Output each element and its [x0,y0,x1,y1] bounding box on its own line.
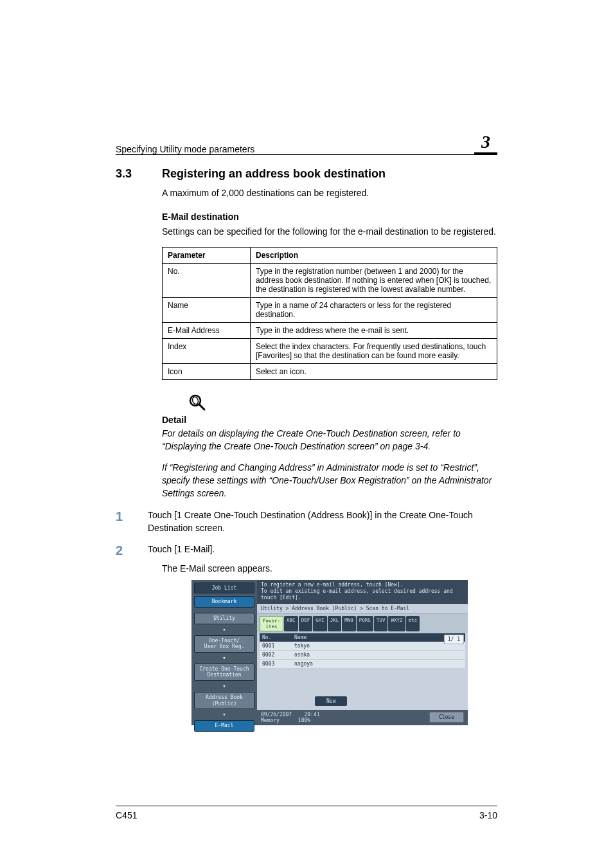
step-text: Touch [1 E-Mail]. [148,543,215,556]
tab-etc[interactable]: etc [406,616,420,631]
cell-name: tokyo [292,642,465,650]
screen-sidebar: Job List Bookmark Utility ▾ One-Touch/ U… [191,580,257,725]
cell-no: 0001 [260,642,292,650]
section-intro: A maximum of 2,000 destinations can be r… [162,187,497,200]
magnifier-icon [188,393,497,412]
down-arrow-icon: ▾ [194,627,254,633]
one-touch-button[interactable]: One-Touch/ User Box Reg. [194,635,254,653]
screen-instruction: To register a new e-mail address, touch … [257,580,468,604]
table-row: Index Select the index characters. For f… [163,339,497,364]
desc-cell: Type in the registration number (between… [251,264,497,298]
list-item[interactable]: 0002 osaka [260,651,465,660]
instruction-line: To register a new e-mail address, touch … [261,582,464,588]
footer-date: 09/26/2007 [261,712,292,718]
tab-tuv[interactable]: TUV [374,616,388,631]
job-list-button[interactable]: Job List [194,583,254,594]
cell-name: osaka [292,651,465,659]
list-header: No. Name [260,633,465,642]
tab-pqrs[interactable]: PQRS [357,616,373,631]
desc-cell: Type in the address where the e-mail is … [251,323,497,339]
footer-time: 20:41 [304,712,319,718]
chapter-badge: 3 [474,132,497,154]
tab-abc[interactable]: ABC [284,616,298,631]
tab-mno[interactable]: MNO [342,616,356,631]
cell-no: 0002 [260,651,292,659]
tab-jkl[interactable]: JKL [328,616,342,631]
tab-wxyz[interactable]: WXYZ [388,616,405,631]
step-result: The E-Mail screen appears. [162,563,497,574]
tab-ghi[interactable]: GHI [313,616,327,631]
th-description: Description [251,248,497,264]
tab-def[interactable]: DEF [299,616,313,631]
detail-label: Detail [162,415,497,425]
running-title: Specifying Utility mode parameters [116,144,254,154]
step-number: 1 [116,509,148,524]
tab-favorites[interactable]: Favor- ites [260,616,283,631]
bookmark-button[interactable]: Bookmark [194,596,254,608]
footer-status: 09/26/2007 20:41 Memory 100% [261,712,320,723]
create-one-touch-button[interactable]: Create One-Touch Destination [194,664,254,681]
screen-footer: 09/26/2007 20:41 Memory 100% Close [257,710,468,725]
pager[interactable]: 1/ 1 [444,635,464,644]
param-cell: E-Mail Address [163,323,251,339]
detail-paragraph: If “Registering and Changing Address” in… [162,462,497,500]
address-book-button[interactable]: Address Book (Public) [194,692,254,709]
footer-page: 3-10 [479,810,497,820]
chapter-number: 3 [477,132,494,151]
new-button[interactable]: New [315,696,347,706]
instruction-line: To edit an existing e-mail address, sele… [261,588,464,601]
desc-cell: Select the index characters. For frequen… [251,339,497,364]
footer-memory-label: Memory [261,718,280,723]
param-cell: Icon [163,364,251,380]
parameter-table: Parameter Description No. Type in the re… [162,247,497,380]
cell-name: nagoya [292,660,465,668]
email-button[interactable]: E-Mail [194,720,254,732]
svg-line-2 [199,404,204,410]
list-item[interactable]: 0001 tokyo [260,642,465,651]
down-arrow-icon: ▾ [194,655,254,661]
footer-memory-value: 100% [298,718,310,723]
param-cell: Name [163,298,251,323]
param-cell: No. [163,264,251,298]
step-1: 1 Touch [1 Create One-Touch Destination … [116,509,497,535]
subsection-heading: E-Mail destination [162,212,497,222]
screen-main: To register a new e-mail address, touch … [257,580,468,725]
breadcrumb: Utility > Address Book (Public) > Scan t… [257,604,468,614]
section-heading: 3.3 Registering an address book destinat… [116,167,497,181]
step-2: 2 Touch [1 E-Mail]. [116,543,497,558]
section-number: 3.3 [116,167,162,181]
col-no: No. [260,633,292,642]
page-footer: C451 3-10 [116,806,497,820]
table-row: E-Mail Address Type in the address where… [163,323,497,339]
close-button[interactable]: Close [429,712,464,723]
down-arrow-icon: ▾ [194,712,254,718]
index-tabs: Favor- ites ABC DEF GHI JKL MNO PQRS TUV… [257,614,468,633]
svg-point-1 [191,396,199,405]
header-rule [116,154,497,155]
running-header: Specifying Utility mode parameters 3 [116,132,497,154]
param-cell: Index [163,339,251,364]
utility-button[interactable]: Utility [194,613,254,624]
desc-cell: Type in a name of 24 characters or less … [251,298,497,323]
address-list: 1/ 1 No. Name 0001 tokyo 0002 osaka [257,633,468,710]
subsection-intro: Settings can be specified for the follow… [162,226,497,239]
col-name: Name [292,633,465,642]
footer-model: C451 [116,810,137,820]
list-item[interactable]: 0003 nagoya [260,660,465,669]
down-arrow-icon: ▾ [194,683,254,689]
email-screen: Job List Bookmark Utility ▾ One-Touch/ U… [191,580,468,725]
table-row: Icon Select an icon. [163,364,497,380]
cell-no: 0003 [260,660,292,668]
table-row: Name Type in a name of 24 characters or … [163,298,497,323]
step-text: Touch [1 Create One-Touch Destination (A… [148,509,497,535]
section-title: Registering an address book destination [162,167,386,181]
desc-cell: Select an icon. [251,364,497,380]
table-row: No. Type in the registration number (bet… [163,264,497,298]
detail-paragraph: For details on displaying the Create One… [162,428,497,453]
step-number: 2 [116,543,148,558]
th-parameter: Parameter [163,248,251,264]
